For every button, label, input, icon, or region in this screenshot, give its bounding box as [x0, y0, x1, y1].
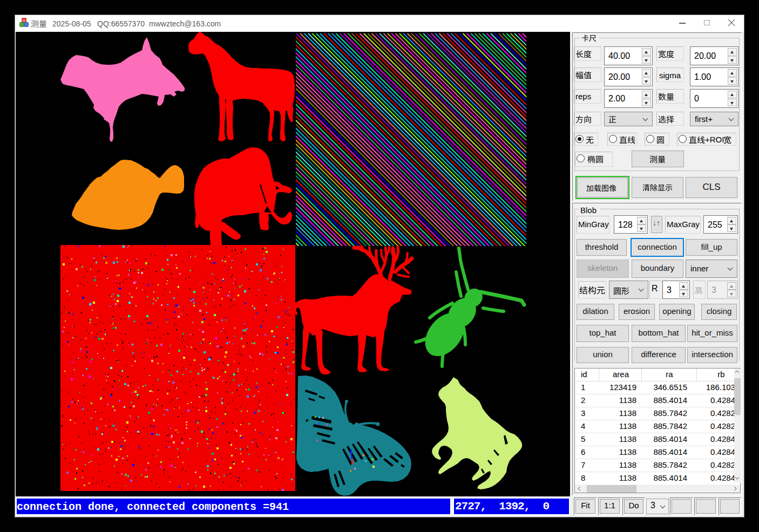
svg-text:M: M [23, 19, 25, 22]
